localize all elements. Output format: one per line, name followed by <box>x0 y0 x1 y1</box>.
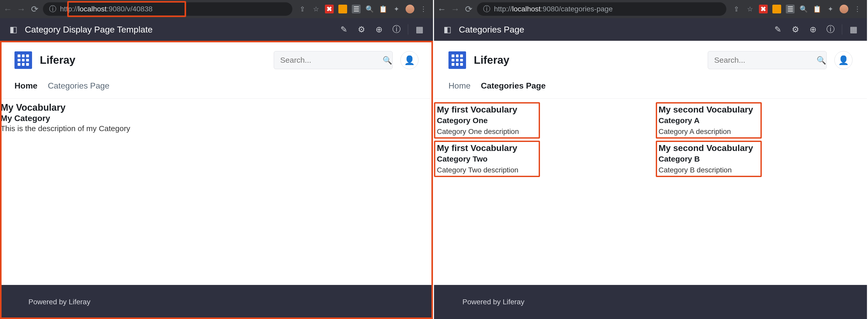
toolbar-icons: ⇪ ☆ ✖ ☰ 🔍 📋 ✦ ⋮ <box>730 5 864 13</box>
edit-icon[interactable]: ✎ <box>338 23 350 36</box>
content-area: My Vocabulary My Category This is the de… <box>0 99 433 285</box>
page-body: Liferay 🔍 👤 Home Categories Page My firs… <box>434 41 867 319</box>
user-avatar-button[interactable]: 👤 <box>834 51 852 69</box>
target-icon[interactable]: ⊕ <box>807 23 819 36</box>
clipboard-ext-icon[interactable]: 📋 <box>379 5 388 13</box>
panel-toggle-icon[interactable]: ◧ <box>7 23 20 36</box>
category-title: Category A <box>659 116 759 125</box>
extensions-puzzle-icon[interactable]: ✦ <box>826 5 835 13</box>
category-description: Category B description <box>659 166 759 174</box>
vocab-title: My first Vocabulary <box>437 143 537 153</box>
page-header: Liferay 🔍 👤 <box>0 41 433 73</box>
category-card: My second Vocabulary Category B Category… <box>656 141 762 177</box>
category-title: Category One <box>437 116 537 125</box>
share-icon[interactable]: ⇪ <box>298 5 307 13</box>
share-icon[interactable]: ⇪ <box>732 5 741 13</box>
search-icon[interactable]: 🔍 <box>382 56 392 65</box>
back-button[interactable]: ← <box>3 4 13 14</box>
extension-orange-icon[interactable] <box>772 5 781 13</box>
search-icon[interactable]: 🔍 <box>816 56 826 65</box>
extension-orange-icon[interactable] <box>338 5 347 13</box>
site-info-icon[interactable]: ⓘ <box>483 4 490 14</box>
forward-button[interactable]: → <box>16 4 26 14</box>
reload-button[interactable]: ⟳ <box>463 4 474 14</box>
forward-button[interactable]: → <box>450 4 460 14</box>
target-icon[interactable]: ⊕ <box>373 23 385 36</box>
category-description: Category A description <box>659 128 759 136</box>
category-description: This is the description of my Category <box>1 124 433 133</box>
url-text: http://localhost:9080/v/40838 <box>60 5 153 13</box>
category-card: My first Vocabulary Category Two Categor… <box>434 141 540 177</box>
edit-icon[interactable]: ✎ <box>772 23 784 36</box>
bookmark-icon[interactable]: ☆ <box>745 5 754 13</box>
page-body: Liferay 🔍 👤 Home Categories Page My Voca… <box>0 41 433 319</box>
liferay-logo-icon <box>448 51 466 69</box>
apps-grid-icon[interactable]: ▦ <box>847 23 860 36</box>
nav-home[interactable]: Home <box>14 81 37 91</box>
nav-categories[interactable]: Categories Page <box>48 81 109 91</box>
profile-avatar-icon[interactable] <box>406 5 414 13</box>
search-ext-icon[interactable]: 🔍 <box>365 5 374 13</box>
page-header: Liferay 🔍 👤 <box>434 41 867 73</box>
gear-icon[interactable]: ⚙ <box>789 23 802 36</box>
extension-red-icon[interactable]: ✖ <box>325 5 334 13</box>
extension-gray-icon[interactable]: ☰ <box>352 5 361 13</box>
bookmark-icon[interactable]: ☆ <box>311 5 320 13</box>
search-input[interactable] <box>280 56 378 65</box>
site-info-icon[interactable]: ⓘ <box>49 4 56 14</box>
extensions-puzzle-icon[interactable]: ✦ <box>392 5 401 13</box>
category-description: Category One description <box>437 128 537 136</box>
browser-chrome: ← → ⟳ ⓘ http://localhost:9080/categories… <box>434 0 867 18</box>
clipboard-ext-icon[interactable]: 📋 <box>813 5 822 13</box>
control-bar: ◧ Categories Page ✎ ⚙ ⊕ ⓘ ▦ <box>434 18 867 41</box>
brand-name: Liferay <box>40 54 266 66</box>
footer: Powered by Liferay <box>0 285 433 319</box>
search-box[interactable]: 🔍 <box>274 51 393 69</box>
apps-grid-icon[interactable]: ▦ <box>413 23 426 36</box>
nav-tabs: Home Categories Page <box>434 73 867 99</box>
category-title: Category Two <box>437 154 537 164</box>
vocab-title: My first Vocabulary <box>437 105 537 115</box>
panel-toggle-icon[interactable]: ◧ <box>441 23 454 36</box>
vocab-title: My Vocabulary <box>1 102 433 113</box>
window-right: ← → ⟳ ⓘ http://localhost:9080/categories… <box>434 0 868 319</box>
url-text: http://localhost:9080/categories-page <box>494 5 613 13</box>
page-title: Categories Page <box>459 25 767 35</box>
footer-text: Powered by Liferay <box>462 298 524 306</box>
search-input[interactable] <box>714 56 812 65</box>
category-description: Category Two description <box>437 166 537 174</box>
page-template-title: Category Display Page Template <box>25 25 333 35</box>
back-button[interactable]: ← <box>437 4 447 14</box>
vocab-title: My second Vocabulary <box>659 105 759 115</box>
category-card: My second Vocabulary Category A Category… <box>656 102 762 139</box>
kebab-menu-icon[interactable]: ⋮ <box>419 5 428 13</box>
nav-tabs: Home Categories Page <box>0 73 433 99</box>
footer: Powered by Liferay <box>434 285 867 319</box>
control-bar: ◧ Category Display Page Template ✎ ⚙ ⊕ ⓘ… <box>0 18 433 41</box>
address-bar[interactable]: ⓘ http://localhost:9080/v/40838 <box>43 2 292 16</box>
info-icon[interactable]: ⓘ <box>824 23 837 36</box>
gear-icon[interactable]: ⚙ <box>355 23 368 36</box>
footer-text: Powered by Liferay <box>28 298 90 306</box>
brand-name: Liferay <box>474 54 700 66</box>
nav-categories[interactable]: Categories Page <box>481 81 546 91</box>
vocab-title: My second Vocabulary <box>659 143 759 153</box>
kebab-menu-icon[interactable]: ⋮ <box>853 5 862 13</box>
content-area: My first Vocabulary Category One Categor… <box>434 99 867 285</box>
extension-gray-icon[interactable]: ☰ <box>786 5 795 13</box>
toolbar-icons: ⇪ ☆ ✖ ☰ 🔍 📋 ✦ ⋮ <box>296 5 430 13</box>
info-icon[interactable]: ⓘ <box>390 23 403 36</box>
address-bar[interactable]: ⓘ http://localhost:9080/categories-page <box>477 2 726 16</box>
window-left: ← → ⟳ ⓘ http://localhost:9080/v/40838 ⇪ … <box>0 0 434 319</box>
extension-red-icon[interactable]: ✖ <box>759 5 768 13</box>
search-ext-icon[interactable]: 🔍 <box>799 5 808 13</box>
vocab-block: My Vocabulary My Category This is the de… <box>0 102 433 133</box>
category-title: My Category <box>1 113 433 123</box>
browser-chrome: ← → ⟳ ⓘ http://localhost:9080/v/40838 ⇪ … <box>0 0 433 18</box>
reload-button[interactable]: ⟳ <box>29 4 40 14</box>
nav-home[interactable]: Home <box>448 81 470 91</box>
user-avatar-button[interactable]: 👤 <box>400 51 418 69</box>
profile-avatar-icon[interactable] <box>840 5 848 13</box>
liferay-logo-icon <box>14 51 32 69</box>
search-box[interactable]: 🔍 <box>708 51 827 69</box>
